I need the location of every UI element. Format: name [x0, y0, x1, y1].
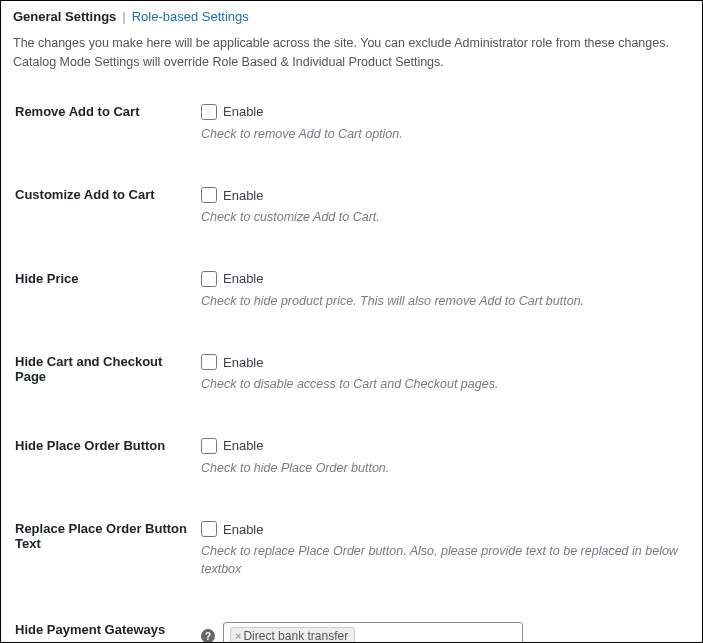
checkbox-hide-place-order[interactable] — [201, 438, 217, 454]
label-hide-payment-gateways: Hide Payment Gateways — [1, 608, 201, 643]
checkbox-remove-add-to-cart[interactable] — [201, 104, 217, 120]
enable-label[interactable]: Enable — [223, 438, 263, 453]
intro-line-1: The changes you make here will be applic… — [13, 34, 690, 53]
desc-hide-price: Check to hide product price. This will a… — [201, 293, 688, 311]
payment-gateways-input[interactable]: × Direct bank transfer — [223, 622, 523, 643]
enable-label[interactable]: Enable — [223, 522, 263, 537]
label-remove-add-to-cart: Remove Add to Cart — [1, 90, 201, 174]
enable-label[interactable]: Enable — [223, 355, 263, 370]
tabs: General Settings | Role-based Settings — [1, 1, 702, 28]
checkbox-hide-cart-checkout[interactable] — [201, 354, 217, 370]
intro-line-2: Catalog Mode Settings will override Role… — [13, 53, 690, 72]
tab-divider: | — [122, 9, 125, 24]
desc-replace-place-order: Check to replace Place Order button. Als… — [201, 543, 688, 578]
label-hide-place-order: Hide Place Order Button — [1, 424, 201, 508]
tab-role-based-settings[interactable]: Role-based Settings — [132, 9, 249, 24]
tab-general-settings[interactable]: General Settings — [13, 9, 116, 24]
label-hide-price: Hide Price — [1, 257, 201, 341]
label-replace-place-order: Replace Place Order Button Text — [1, 507, 201, 608]
tag-direct-bank-transfer: × Direct bank transfer — [230, 627, 355, 643]
intro-text: The changes you make here will be applic… — [1, 28, 702, 90]
label-customize-add-to-cart: Customize Add to Cart — [1, 173, 201, 257]
enable-label[interactable]: Enable — [223, 104, 263, 119]
checkbox-customize-add-to-cart[interactable] — [201, 187, 217, 203]
tag-remove-icon[interactable]: × — [235, 630, 241, 642]
desc-hide-place-order: Check to hide Place Order button. — [201, 460, 688, 478]
checkbox-hide-price[interactable] — [201, 271, 217, 287]
tag-label: Direct bank transfer — [243, 629, 348, 643]
help-icon[interactable]: ? — [201, 629, 215, 643]
enable-label[interactable]: Enable — [223, 271, 263, 286]
desc-customize-add-to-cart: Check to customize Add to Cart. — [201, 209, 688, 227]
settings-form-table: Remove Add to Cart Enable Check to remov… — [1, 90, 702, 644]
label-hide-cart-checkout: Hide Cart and Checkout Page — [1, 340, 201, 424]
checkbox-replace-place-order[interactable] — [201, 521, 217, 537]
desc-remove-add-to-cart: Check to remove Add to Cart option. — [201, 126, 688, 144]
enable-label[interactable]: Enable — [223, 188, 263, 203]
desc-hide-cart-checkout: Check to disable access to Cart and Chec… — [201, 376, 688, 394]
